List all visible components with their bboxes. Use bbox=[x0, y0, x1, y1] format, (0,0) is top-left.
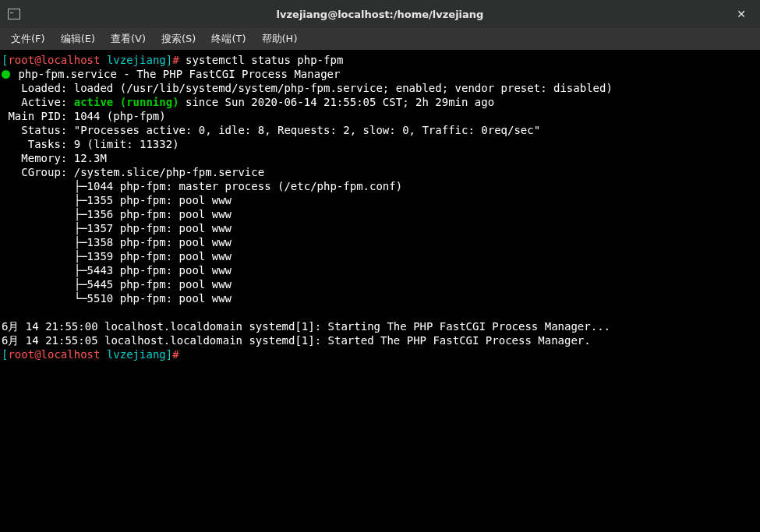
svc-proc-5: ├─1358 php-fpm: pool www bbox=[2, 236, 232, 248]
svc-proc-7: ├─5443 php-fpm: pool www bbox=[2, 264, 232, 277]
svc-cgroup: CGroup: /system.slice/php-fpm.service bbox=[2, 166, 264, 178]
prompt-user: root@localhost bbox=[8, 54, 100, 66]
svc-proc-1: ├─1044 php-fpm: master process (/etc/php… bbox=[2, 180, 402, 192]
svc-proc-8: ├─5445 php-fpm: pool www bbox=[2, 278, 232, 291]
menu-terminal[interactable]: 终端(T) bbox=[203, 29, 253, 49]
menubar: 文件(F) 编辑(E) 查看(V) 搜索(S) 终端(T) 帮助(H) bbox=[0, 28, 760, 50]
svc-proc-6: ├─1359 php-fpm: pool www bbox=[2, 250, 232, 262]
svc-proc-4: ├─1357 php-fpm: pool www bbox=[2, 222, 232, 234]
svc-active-label: Active: bbox=[2, 96, 74, 108]
terminal-icon bbox=[8, 9, 20, 19]
close-icon: ✕ bbox=[737, 8, 746, 20]
svc-tasks: Tasks: 9 (limit: 11332) bbox=[2, 138, 179, 150]
close-button[interactable]: ✕ bbox=[732, 0, 751, 28]
log-line-1: 6月 14 21:55:00 localhost.localdomain sys… bbox=[2, 320, 610, 333]
svc-proc-9: └─5510 php-fpm: pool www bbox=[2, 292, 232, 305]
menu-view[interactable]: 查看(V) bbox=[103, 29, 154, 49]
prompt2-hash: # bbox=[172, 348, 186, 361]
menu-file[interactable]: 文件(F) bbox=[3, 29, 53, 49]
menu-search[interactable]: 搜索(S) bbox=[154, 29, 203, 49]
status-dot-icon bbox=[2, 70, 10, 79]
svc-memory: Memory: 12.3M bbox=[2, 152, 107, 164]
window-title: lvzejiang@localhost:/home/lvzejiang bbox=[0, 9, 760, 20]
prompt2-user: root@localhost bbox=[8, 348, 100, 361]
svc-loaded: Loaded: loaded (/usr/lib/systemd/system/… bbox=[2, 82, 613, 94]
prompt2-path: lvzejiang bbox=[100, 348, 165, 361]
terminal-output[interactable]: [root@localhost lvzejiang]# systemctl st… bbox=[0, 50, 760, 532]
svc-status: Status: "Processes active: 0, idle: 8, R… bbox=[2, 124, 540, 136]
svc-active-value: active (running) bbox=[74, 96, 179, 108]
window-titlebar: lvzejiang@localhost:/home/lvzejiang ✕ bbox=[0, 0, 760, 28]
svc-proc-2: ├─1355 php-fpm: pool www bbox=[2, 194, 232, 206]
svc-active-since: since Sun 2020-06-14 21:55:05 CST; 2h 29… bbox=[179, 96, 495, 108]
prompt-hash: # bbox=[172, 54, 186, 66]
log-line-2: 6月 14 21:55:05 localhost.localdomain sys… bbox=[2, 334, 591, 347]
menu-edit[interactable]: 编辑(E) bbox=[53, 29, 103, 49]
prompt2-bracket-r: ] bbox=[166, 348, 172, 361]
prompt-path: lvzejiang bbox=[100, 54, 165, 66]
command-text: systemctl status php-fpm bbox=[186, 54, 343, 66]
svc-mainpid: Main PID: 1044 (php-fpm) bbox=[2, 110, 166, 122]
menu-help[interactable]: 帮助(H) bbox=[254, 29, 306, 49]
svc-proc-3: ├─1356 php-fpm: pool www bbox=[2, 208, 232, 220]
svc-title: php-fpm.service - The PHP FastCGI Proces… bbox=[12, 68, 340, 80]
titlebar-left bbox=[0, 9, 20, 19]
prompt-bracket-r: ] bbox=[166, 54, 172, 66]
